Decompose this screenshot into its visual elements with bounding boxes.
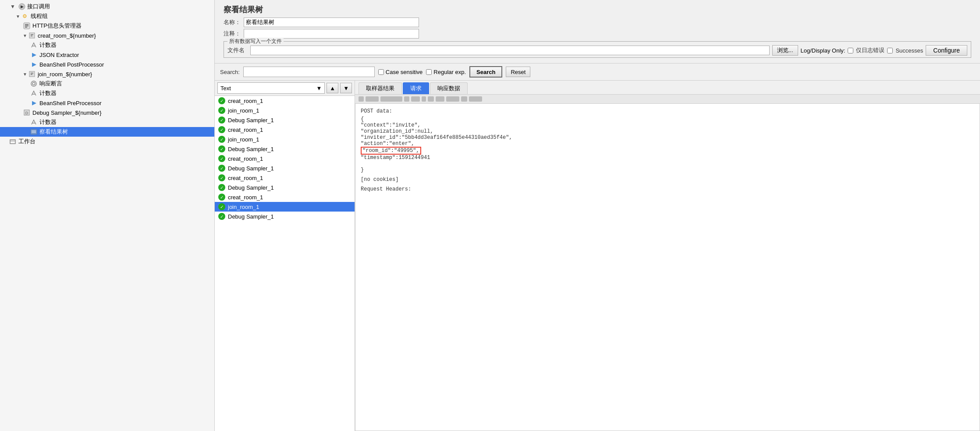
tree-item-join-room[interactable]: ▼ join_room_${number} xyxy=(0,69,214,79)
svg-text:D: D xyxy=(25,111,28,115)
search-input[interactable] xyxy=(243,67,375,77)
tree-item-creat-room[interactable]: ▼ creat_room_${number} xyxy=(0,31,214,40)
blur5 xyxy=(411,96,420,102)
tree-item-workbench[interactable]: 工作台 xyxy=(0,137,214,146)
tree-item-http[interactable]: HTTP信息头管理器 xyxy=(0,21,214,31)
status-icon: ✓ xyxy=(218,213,225,220)
case-sensitive-row: Case sensitive xyxy=(378,69,423,75)
comment-input[interactable] xyxy=(244,29,419,39)
tree-item-label: HTTP信息头管理器 xyxy=(32,22,82,30)
log-display-label: Log/Display Only: xyxy=(801,47,845,54)
list-item[interactable]: ✓Debug Sampler_1 xyxy=(215,212,355,221)
tab-response-data[interactable]: 响应数据 xyxy=(430,82,468,94)
log-errors-label: 仅日志错误 xyxy=(856,46,884,54)
tree-item-beanshell-pre[interactable]: ▶ BeanShell PreProcessor xyxy=(0,98,214,108)
list-item[interactable]: ✓creat_room_1 xyxy=(215,173,355,183)
sampler-icon xyxy=(28,32,36,39)
blur4 xyxy=(404,96,409,102)
blur9 xyxy=(446,96,459,102)
json-line: { xyxy=(361,116,974,122)
json-line: "context":"invite", xyxy=(361,122,974,128)
browse-button[interactable]: 浏览... xyxy=(772,45,798,56)
blur2 xyxy=(366,96,379,102)
tree-item-counter2[interactable]: 计数器 xyxy=(0,88,214,98)
list-item-label: creat_room_1 xyxy=(228,98,263,104)
thread-icon: ⚙ xyxy=(21,12,29,20)
list-item[interactable]: ✓creat_room_1 xyxy=(215,96,355,106)
text-dropdown[interactable]: Text ▼ xyxy=(217,82,325,94)
panel-title: 察看结果树 xyxy=(224,4,971,15)
tree-item-label: JSON Extractor xyxy=(39,52,79,58)
dropdown-arrow-icon: ▼ xyxy=(316,85,322,92)
tab-request[interactable]: 请求 xyxy=(403,82,429,94)
request-headers-label: Request Headers: xyxy=(361,186,974,192)
assertion-icon xyxy=(30,80,38,88)
reset-button[interactable]: Reset xyxy=(506,67,530,77)
detail-content[interactable]: POST data:{ "context":"invite", "organiz… xyxy=(355,104,980,431)
tree-item-beanshell-post[interactable]: ▶ BeanShell PostProcessor xyxy=(0,60,214,69)
list-up-btn[interactable]: ▲ xyxy=(327,83,338,93)
extractor-icon: ▶ xyxy=(30,51,38,59)
comment-label: 注释： xyxy=(224,30,241,38)
list-item[interactable]: ✓creat_room_1 xyxy=(215,192,355,202)
section-title: 所有数据写入一个文件 xyxy=(227,38,284,45)
search-button[interactable]: Search xyxy=(469,66,502,78)
tree-item-debug-sampler[interactable]: D Debug Sampler_${number} xyxy=(0,108,214,117)
status-icon: ✓ xyxy=(218,107,225,114)
list-item[interactable]: ✓creat_room_1 xyxy=(215,125,355,134)
status-icon: ✓ xyxy=(218,194,225,201)
list-down-btn[interactable]: ▼ xyxy=(340,83,352,93)
tab-sampler-result[interactable]: 取样器结果 xyxy=(359,82,402,94)
tree-panel: ▼ ▶ 接口调用 ▼ ⚙ 线程组 HTTP信息头管理器 ▼ creat_room… xyxy=(0,0,215,431)
name-row: 名称： xyxy=(224,18,971,27)
tree-item-label: 线程组 xyxy=(31,12,48,20)
list-item[interactable]: ✓creat_room_1 xyxy=(215,154,355,163)
list-item[interactable]: ✓Debug Sampler_1 xyxy=(215,183,355,192)
json-line: "organization_id":null, xyxy=(361,128,974,134)
tree-item-jiekou[interactable]: ▼ ▶ 接口调用 xyxy=(0,2,214,11)
tree-item-label: join_room_${number} xyxy=(38,71,92,78)
list-item[interactable]: ✓Debug Sampler_1 xyxy=(215,144,355,154)
list-item-label: Debug Sampler_1 xyxy=(228,146,274,152)
search-label: Search: xyxy=(220,69,240,75)
configure-button[interactable]: Configure xyxy=(926,45,967,56)
tree-item-assertion[interactable]: 响应断言 xyxy=(0,79,214,88)
tree-item-json-extractor[interactable]: ▶ JSON Extractor xyxy=(0,50,214,60)
case-sensitive-checkbox[interactable] xyxy=(378,69,384,75)
tree-item-thread[interactable]: ▼ ⚙ 线程组 xyxy=(0,11,214,21)
no-cookies: [no cookies] xyxy=(361,177,974,183)
tree-item-label: 察看结果树 xyxy=(39,128,68,136)
list-item[interactable]: ✓Debug Sampler_1 xyxy=(215,163,355,173)
blur8 xyxy=(436,96,444,102)
name-input[interactable] xyxy=(244,18,419,27)
list-item[interactable]: ✓join_room_1 xyxy=(215,202,355,212)
list-item[interactable]: ✓join_room_1 xyxy=(215,106,355,115)
tree-item-counter1[interactable]: 计数器 xyxy=(0,40,214,50)
json-line: "room_id":"49995", xyxy=(361,147,974,155)
status-icon: ✓ xyxy=(218,126,225,133)
successes-checkbox[interactable] xyxy=(887,48,893,53)
counter2-icon xyxy=(30,89,38,97)
tree-item-counter3[interactable]: 计数器 xyxy=(0,117,214,127)
list-item[interactable]: ✓join_room_1 xyxy=(215,134,355,144)
list-item[interactable]: ✓Debug Sampler_1 xyxy=(215,115,355,125)
svg-rect-19 xyxy=(31,129,37,134)
tree-item-label: 响应断言 xyxy=(39,80,62,88)
list-item-label: Debug Sampler_1 xyxy=(228,165,274,172)
tree-item-listener[interactable]: 察看结果树 xyxy=(0,127,214,137)
content-area: Text ▼ ▲ ▼ ✓creat_room_1✓join_room_1✓Deb… xyxy=(215,81,980,431)
regular-exp-checkbox[interactable] xyxy=(426,69,432,75)
panel-header: 察看结果树 名称： 注释： 所有数据写入一个文件 文件名 浏览... Log/D… xyxy=(215,0,980,64)
log-errors-checkbox[interactable] xyxy=(848,48,853,53)
file-input[interactable] xyxy=(250,46,770,55)
sampler2-icon xyxy=(28,70,36,78)
svg-point-13 xyxy=(31,81,36,86)
listener-icon xyxy=(30,128,38,136)
case-sensitive-label: Case sensitive xyxy=(386,69,423,75)
blur6 xyxy=(422,96,426,102)
detail-tabs: 取样器结果 请求 响应数据 xyxy=(355,81,980,95)
svg-rect-22 xyxy=(10,140,15,144)
comment-row: 注释： xyxy=(224,29,971,39)
tree-item-label: 接口调用 xyxy=(27,3,50,11)
tree-item-label: BeanShell PostProcessor xyxy=(39,61,104,68)
